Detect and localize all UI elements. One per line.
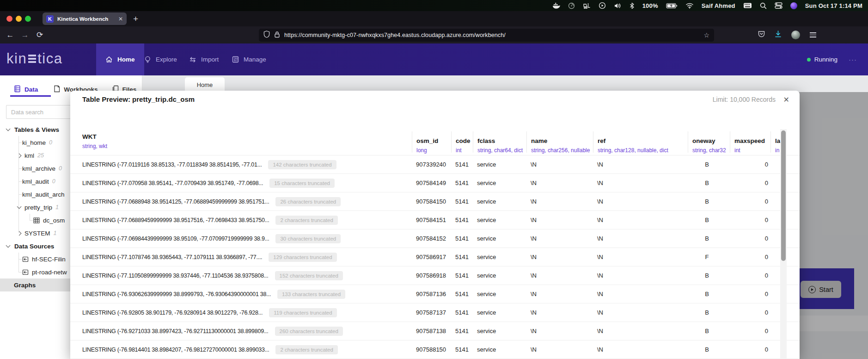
wkt-cell: LINESTRING (-77.070958 38.95141, -77.070… [82,180,263,186]
play-circle-icon[interactable] [599,2,606,9]
menu-icon[interactable] [810,32,816,37]
minimize-window-button[interactable] [16,16,22,22]
chevron-down-icon[interactable] [6,243,11,248]
running-dot-icon [807,58,811,62]
modal-title: Table Preview: pretty_trip.dc_osm [82,95,195,103]
item-count: 25 [37,152,44,159]
table-row[interactable]: LINESTRING (-76.9814401 38.8984207, -76.… [70,340,800,359]
column-header-oneway[interactable]: onewaystring, char32 [688,131,734,153]
logo-e-glyph [28,55,36,63]
truncated-badge: 2 characters truncated [275,216,337,225]
new-tab-button[interactable]: + [133,14,138,24]
control-center-icon[interactable] [775,2,782,9]
scrollbar-thumb[interactable] [781,130,786,261]
home-icon [105,56,113,63]
close-icon[interactable]: ✕ [783,95,789,104]
tab-close-icon[interactable]: ✕ [118,16,123,22]
macos-menu-bar: 100% Saif Ahmed Sun Oct 17 1:14 PM [0,0,868,11]
url-bar[interactable]: https://community-mktg-c07-nwhxqkxs7ghe4… [259,29,714,42]
table-row[interactable]: LINESTRING (-77.070958 38.95141, -77.070… [70,174,800,192]
tab-data-label: Data [24,86,38,93]
wkt-cell: LINESTRING (-76.93062639999999 38.899979… [82,291,271,297]
section-label: Data Sources [14,243,54,250]
tree-item-label: kml_audit_arch [22,191,65,198]
kinetica-logo[interactable]: kin tica [6,50,62,67]
tree-item-label: kml_archive [22,165,55,172]
status-running[interactable]: Running [807,43,837,75]
nav-manage[interactable]: Manage [230,43,268,75]
table-row[interactable]: LINESTRING (-76.92805 38.901179, -76.928… [70,303,800,322]
tab-title: Kinetica Workbench [57,16,108,22]
column-header-wkt[interactable]: WKTstring, wkt [82,129,416,153]
back-icon[interactable]: ← [3,31,18,40]
menu-clock[interactable]: Sun Oct 17 1:14 PM [805,2,862,9]
reload-icon[interactable]: ⟳ [32,30,47,40]
browser-toolbar: ← → ⟳ https://community-mktg-c07-nwhxqkx… [0,26,868,43]
chevron-down-icon[interactable] [6,127,11,131]
column-header-maxspeed[interactable]: maxspeedint [730,131,775,153]
app-header: kin tica Home Explore Import Manage Runn… [0,43,868,75]
volume-icon[interactable] [614,2,622,9]
nav-import[interactable]: Import [187,43,220,75]
chevron-right-icon[interactable] [17,153,22,158]
truncated-badge: 133 characters truncated [277,290,345,299]
item-count: 0 [52,178,55,185]
search-icon[interactable] [760,2,767,9]
table-row[interactable]: LINESTRING (-76.9271033 38.8997423, -76.… [70,322,800,340]
content-tab-home[interactable]: Home [185,77,225,92]
nav-explore[interactable]: Explore [142,43,179,75]
more-options-icon[interactable]: ··· [849,56,857,63]
table-row[interactable]: LINESTRING (-76.93062639999999 38.899979… [70,285,800,303]
tree-item-label: kml [24,152,34,159]
truncated-badge: 142 characters truncated [268,160,336,169]
tree-item-label: pretty_trip [24,204,52,211]
column-header-fclass[interactable]: fclassstring, char64, dict [473,131,531,153]
item-count: 0 [59,165,62,172]
profile-avatar[interactable] [791,31,800,39]
app-dot-icon[interactable] [790,2,797,9]
table-row[interactable]: LINESTRING (-77.11050899999999 38.937446… [70,266,800,285]
tree-item-label: ki_home [22,139,46,146]
docker-icon[interactable] [552,2,560,9]
bluetooth-icon[interactable] [630,2,635,9]
download-icon[interactable] [775,31,782,40]
menu-user-name[interactable]: Saif Ahmed [702,2,735,9]
column-header-name[interactable]: namestring, char256, nullable [526,131,597,153]
nav-explore-label: Explore [156,56,177,63]
table-row[interactable]: LINESTRING (-77.06984439999999 38.95109,… [70,229,800,248]
nav-import-label: Import [201,56,219,63]
wifi-icon[interactable] [685,2,694,9]
tree-item-label: kml_audit [22,178,49,185]
zoom-window-button[interactable] [25,16,31,22]
pocket-icon[interactable] [758,31,765,39]
window-controls [6,16,34,22]
browser-tab[interactable]: K Kinetica Workbench ✕ [43,12,127,25]
lock-icon[interactable] [274,31,280,40]
forklift-icon[interactable] [583,2,591,9]
toolbar-right-icons [758,26,816,43]
column-header-osm-id[interactable]: osm_idlong [412,131,455,153]
chevron-down-icon[interactable] [17,204,22,209]
data-source-icon [22,256,29,262]
table-row[interactable]: LINESTRING (-77.0688948 38.9514125, -77.… [70,192,800,211]
tab-data[interactable]: Data [14,85,38,94]
truncated-badge: 26 characters truncated [275,197,341,206]
section-label: Graphs [14,282,36,289]
shield-icon[interactable] [263,31,270,40]
chevron-right-icon[interactable] [17,231,22,235]
close-window-button[interactable] [6,16,12,22]
truncated-badge: 260 characters truncated [275,327,343,336]
column-header-ref[interactable]: refstring, char128, nullable, dict [593,131,692,153]
manage-icon [232,56,239,63]
forward-icon[interactable]: → [18,31,32,40]
table-row[interactable]: LINESTRING (-77.0119116 38.85133, -77.01… [70,155,800,174]
bookmark-star-icon[interactable]: ☆ [703,31,709,39]
radar-icon[interactable] [568,2,575,9]
table-row[interactable]: LINESTRING (-77.06889459999999 38.951751… [70,211,800,229]
nav-home[interactable]: Home [96,43,144,75]
table-row[interactable]: LINESTRING (-77.1078746 38.9365443, -77.… [70,248,800,266]
battery-icon[interactable] [666,3,678,9]
modal-scrollbar[interactable] [780,129,787,359]
keyboard-icon[interactable] [743,2,752,9]
truncated-badge: 2 characters truncated [275,345,337,354]
